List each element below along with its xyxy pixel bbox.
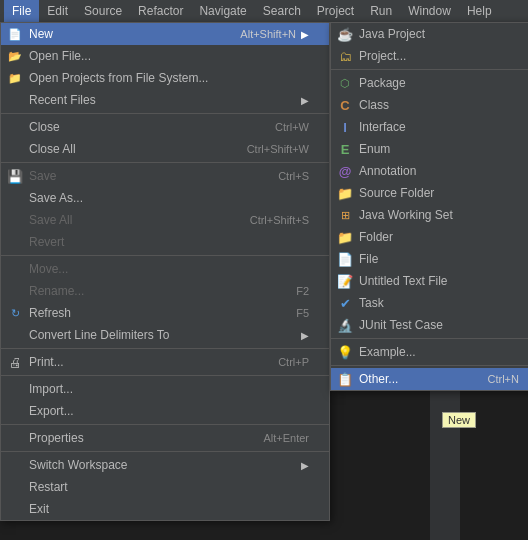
other-icon: 📋: [337, 371, 353, 387]
menu-item-interface-label: Interface: [359, 120, 519, 134]
working-set-icon: ⊞: [337, 207, 353, 223]
menu-item-example[interactable]: 💡 Example...: [331, 341, 528, 363]
rename-icon: [7, 283, 23, 299]
menu-item-enum[interactable]: E Enum: [331, 138, 528, 160]
menu-item-task-label: Task: [359, 296, 519, 310]
new-icon: 📄: [7, 26, 23, 42]
restart-icon: [7, 479, 23, 495]
menu-item-switch-workspace-label: Switch Workspace: [29, 458, 296, 472]
menubar-item-run[interactable]: Run: [362, 0, 400, 22]
revert-icon: [7, 234, 23, 250]
menu-item-import[interactable]: Import...: [1, 378, 329, 400]
menu-item-restart[interactable]: Restart: [1, 476, 329, 498]
menu-item-folder[interactable]: 📁 Folder: [331, 226, 528, 248]
menu-item-revert: Revert: [1, 231, 329, 253]
source-folder-icon: 📁: [337, 185, 353, 201]
menubar-item-project[interactable]: Project: [309, 0, 362, 22]
menu-item-import-label: Import...: [29, 382, 309, 396]
refresh-icon: ↻: [7, 305, 23, 321]
menu-item-convert-line[interactable]: Convert Line Delimiters To ▶: [1, 324, 329, 346]
menu-item-close[interactable]: Close Ctrl+W: [1, 116, 329, 138]
menu-item-print[interactable]: 🖨 Print... Ctrl+P: [1, 351, 329, 373]
menu-item-recent-files[interactable]: Recent Files ▶: [1, 89, 329, 111]
java-project-icon: ☕: [337, 26, 353, 42]
menu-item-export[interactable]: Export...: [1, 400, 329, 422]
menu-item-interface[interactable]: I Interface: [331, 116, 528, 138]
separator: [1, 451, 329, 452]
menu-item-properties-shortcut: Alt+Enter: [263, 432, 309, 444]
menubar-item-edit[interactable]: Edit: [39, 0, 76, 22]
menubar-item-navigate[interactable]: Navigate: [191, 0, 254, 22]
class-icon: C: [337, 97, 353, 113]
menubar: File Edit Source Refactor Navigate Searc…: [0, 0, 528, 22]
menu-item-new-label: New: [29, 27, 220, 41]
menu-item-save-label: Save: [29, 169, 258, 183]
arrow-icon: ▶: [301, 330, 309, 341]
arrow-icon: ▶: [301, 29, 309, 40]
menu-item-other-shortcut: Ctrl+N: [488, 373, 519, 385]
menu-item-folder-label: Folder: [359, 230, 519, 244]
menu-item-source-folder[interactable]: 📁 Source Folder: [331, 182, 528, 204]
menu-item-other[interactable]: 📋 Other... Ctrl+N: [331, 368, 528, 390]
menu-item-exit[interactable]: Exit: [1, 498, 329, 520]
menu-item-rename: Rename... F2: [1, 280, 329, 302]
export-icon: [7, 403, 23, 419]
switch-workspace-icon: [7, 457, 23, 473]
separator: [1, 113, 329, 114]
package-icon: ⬡: [337, 75, 353, 91]
menu-item-properties[interactable]: Properties Alt+Enter: [1, 427, 329, 449]
menu-item-file-label: File: [359, 252, 519, 266]
menu-item-task[interactable]: ✔ Task: [331, 292, 528, 314]
menu-item-untitled-text-file[interactable]: 📝 Untitled Text File: [331, 270, 528, 292]
menu-item-java-project[interactable]: ☕ Java Project: [331, 23, 528, 45]
menu-item-move: Move...: [1, 258, 329, 280]
menu-item-switch-workspace[interactable]: Switch Workspace ▶: [1, 454, 329, 476]
menu-item-open-projects[interactable]: 📁 Open Projects from File System...: [1, 67, 329, 89]
menu-item-package[interactable]: ⬡ Package: [331, 72, 528, 94]
interface-icon: I: [337, 119, 353, 135]
menubar-item-window[interactable]: Window: [400, 0, 459, 22]
properties-icon: [7, 430, 23, 446]
menu-item-java-project-label: Java Project: [359, 27, 519, 41]
separator: [1, 375, 329, 376]
recent-files-icon: [7, 92, 23, 108]
menu-item-class[interactable]: C Class: [331, 94, 528, 116]
menu-item-close-all-label: Close All: [29, 142, 227, 156]
menu-item-java-working-set[interactable]: ⊞ Java Working Set: [331, 204, 528, 226]
menu-item-annotation[interactable]: @ Annotation: [331, 160, 528, 182]
menu-item-close-label: Close: [29, 120, 255, 134]
example-icon: 💡: [337, 344, 353, 360]
menu-item-new[interactable]: 📄 New Alt+Shift+N ▶: [1, 23, 329, 45]
menu-item-junit-test-case[interactable]: 🔬 JUnit Test Case: [331, 314, 528, 336]
menu-item-close-all[interactable]: Close All Ctrl+Shift+W: [1, 138, 329, 160]
file-menu-dropdown: 📄 New Alt+Shift+N ▶ 📂 Open File... 📁 Ope…: [0, 22, 330, 521]
menu-item-file[interactable]: 📄 File: [331, 248, 528, 270]
print-icon: 🖨: [7, 354, 23, 370]
save-icon: 💾: [7, 168, 23, 184]
menu-item-project[interactable]: 🗂 Project...: [331, 45, 528, 67]
open-projects-icon: 📁: [7, 70, 23, 86]
menubar-item-search[interactable]: Search: [255, 0, 309, 22]
menu-item-refresh[interactable]: ↻ Refresh F5: [1, 302, 329, 324]
close-all-icon: [7, 141, 23, 157]
menu-item-save-shortcut: Ctrl+S: [278, 170, 309, 182]
menubar-item-refactor[interactable]: Refactor: [130, 0, 191, 22]
menubar-item-help[interactable]: Help: [459, 0, 500, 22]
menu-item-save-as[interactable]: Save As...: [1, 187, 329, 209]
import-icon: [7, 381, 23, 397]
project-icon: 🗂: [337, 48, 353, 64]
menu-item-other-label: Other...: [359, 372, 468, 386]
menu-item-save-as-label: Save As...: [29, 191, 309, 205]
exit-icon: [7, 501, 23, 517]
menu-item-recent-files-label: Recent Files: [29, 93, 296, 107]
menu-item-properties-label: Properties: [29, 431, 243, 445]
menubar-item-source[interactable]: Source: [76, 0, 130, 22]
menubar-item-file[interactable]: File: [4, 0, 39, 22]
menu-item-open-projects-label: Open Projects from File System...: [29, 71, 309, 85]
separator: [1, 424, 329, 425]
open-file-icon: 📂: [7, 48, 23, 64]
arrow-icon: ▶: [301, 95, 309, 106]
move-icon: [7, 261, 23, 277]
menu-item-open-file[interactable]: 📂 Open File...: [1, 45, 329, 67]
menu-item-move-label: Move...: [29, 262, 309, 276]
